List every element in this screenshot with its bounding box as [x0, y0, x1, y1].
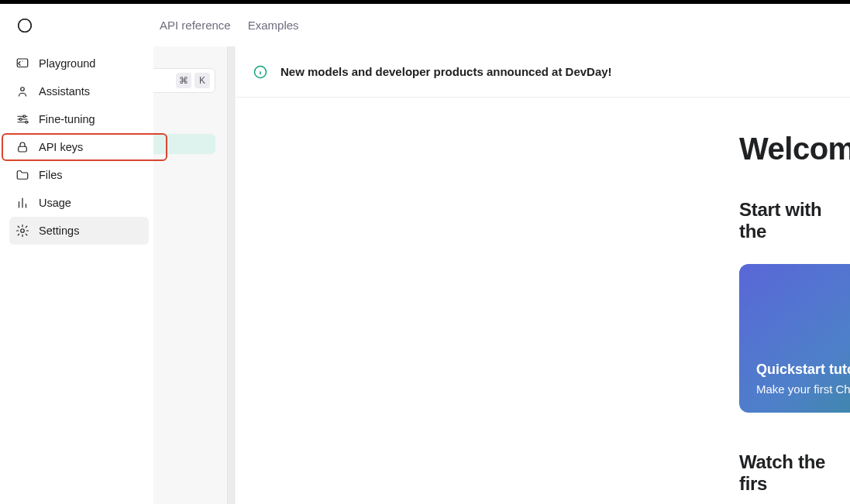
main-panel: New models and developer products announ… — [236, 46, 850, 504]
sidebar-item-label: Settings — [39, 225, 79, 237]
kbd-cmd-icon: ⌘ — [176, 73, 191, 88]
section-start-heading: Start with the — [739, 199, 850, 242]
svg-rect-6 — [19, 146, 27, 152]
page-title: Welcome — [739, 132, 850, 166]
sidebar: Playground Assistants Fine-tuning API ke… — [0, 46, 153, 248]
kbd-k: K — [194, 73, 210, 88]
sidebar-item-settings[interactable]: Settings — [9, 217, 149, 245]
nav-api-reference[interactable]: API reference — [160, 19, 231, 32]
sidebar-item-files[interactable]: Files — [9, 161, 149, 189]
sidebar-item-playground[interactable]: Playground — [9, 50, 149, 77]
lock-icon — [15, 140, 29, 154]
section-watch-heading: Watch the firs — [739, 451, 850, 495]
sidebar-item-label: Playground — [39, 57, 95, 70]
svg-point-3 — [23, 115, 26, 118]
assistants-icon — [15, 84, 29, 98]
sidebar-item-assistants[interactable]: Assistants — [9, 77, 149, 105]
sidebar-item-label: Fine-tuning — [39, 113, 95, 125]
header: API reference Examples — [0, 4, 850, 46]
content-inner: Welcome Start with the Quickstart tutori… — [236, 98, 850, 495]
card-title: Quickstart tutori — [756, 362, 850, 378]
banner-text: New models and developer products announ… — [280, 65, 612, 78]
sidebar-item-label: Usage — [39, 197, 71, 209]
nav-examples[interactable]: Examples — [248, 19, 299, 32]
svg-point-7 — [21, 229, 25, 233]
announcement-banner[interactable]: New models and developer products announ… — [236, 46, 850, 98]
sidebar-item-label: Files — [39, 169, 63, 181]
top-nav: API reference Examples — [160, 19, 299, 32]
card-subtitle: Make your first Cha — [756, 382, 850, 396]
sidebar-item-label: Assistants — [39, 85, 90, 98]
quickstart-card[interactable]: Quickstart tutori Make your first Cha — [739, 264, 850, 413]
scrollbar-gutter[interactable] — [227, 46, 235, 504]
sidebar-item-fine-tuning[interactable]: Fine-tuning — [9, 105, 149, 133]
files-icon — [15, 168, 29, 182]
svg-point-5 — [26, 121, 28, 123]
sidebar-item-api-keys[interactable]: API keys — [2, 133, 167, 161]
svg-point-2 — [21, 87, 25, 91]
info-icon — [253, 64, 268, 80]
gear-icon — [15, 224, 29, 238]
usage-icon — [15, 196, 29, 210]
sidebar-item-usage[interactable]: Usage — [9, 189, 149, 217]
sidebar-item-label: API keys — [39, 141, 83, 153]
openai-logo-icon[interactable] — [14, 15, 36, 36]
svg-point-4 — [19, 118, 22, 121]
playground-icon — [15, 57, 29, 70]
fine-tuning-icon — [15, 112, 29, 126]
